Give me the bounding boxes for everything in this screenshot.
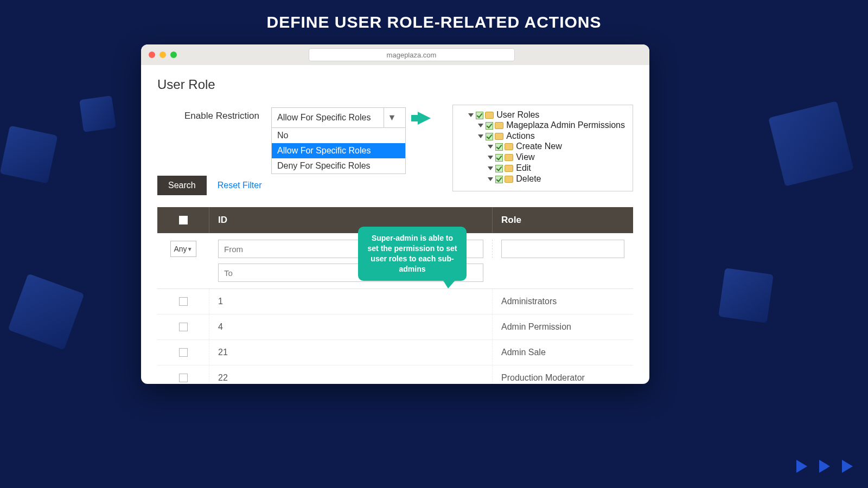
restriction-option-allow[interactable]: Allow For Specific Roles <box>272 143 405 158</box>
tooltip-bubble: Super-admin is able to set the permissio… <box>358 227 467 281</box>
tree-node-delete[interactable]: Delete <box>488 174 625 184</box>
filter-role[interactable] <box>501 240 624 258</box>
filter-any-select[interactable]: Any▼ <box>170 241 196 257</box>
page-title: User Role <box>157 77 633 92</box>
table-row[interactable]: 4 Admin Permission <box>157 314 633 340</box>
table-row[interactable]: 21 Admin Sale <box>157 340 633 365</box>
table-row[interactable]: 1 Administrators <box>157 289 633 314</box>
restriction-dropdown: No Allow For Specific Roles Deny For Spe… <box>271 128 406 174</box>
restriction-selected-value: Allow For Specific Roles <box>277 113 371 123</box>
row-checkbox[interactable] <box>179 323 188 331</box>
close-icon[interactable] <box>149 52 155 58</box>
row-role: Admin Sale <box>492 340 633 365</box>
row-id: 4 <box>209 314 492 339</box>
row-checkbox[interactable] <box>179 374 188 382</box>
select-all-checkbox[interactable] <box>179 216 188 224</box>
table-row[interactable]: 22 Production Moderator <box>157 365 633 384</box>
chevron-down-icon: ▼ <box>384 108 400 127</box>
window-titlebar: mageplaza.com <box>141 44 649 65</box>
carousel-play-icons <box>796 460 853 473</box>
role-tree: User Roles Mageplaza Admin Permissions A… <box>452 105 633 191</box>
reset-filter-link[interactable]: Reset Filter <box>218 181 262 190</box>
row-role: Production Moderator <box>492 365 633 384</box>
row-role: Admin Permission <box>492 314 633 339</box>
play-icon[interactable] <box>842 460 853 473</box>
play-icon[interactable] <box>796 460 807 473</box>
tree-node-view[interactable]: View <box>488 152 625 163</box>
arrow-right-icon <box>418 112 431 125</box>
row-role: Administrators <box>492 289 633 314</box>
search-button[interactable]: Search <box>157 176 207 195</box>
hero-title: DEFINE USER ROLE-RELATED ACTIONS <box>0 0 868 31</box>
minimize-icon[interactable] <box>159 52 166 58</box>
tree-node-edit[interactable]: Edit <box>488 163 625 174</box>
tree-node-actions[interactable]: Actions Create New View Edit Delete <box>478 131 625 185</box>
tree-node-root[interactable]: User Roles Mageplaza Admin Permissions A… <box>468 110 625 185</box>
table-filter-row: Any▼ Super-admin is able to set the perm… <box>157 233 633 289</box>
tree-node-permissions[interactable]: Mageplaza Admin Permissions <box>478 120 625 131</box>
restriction-option-deny[interactable]: Deny For Specific Roles <box>272 158 405 174</box>
restriction-select[interactable]: Allow For Specific Roles ▼ <box>271 107 406 128</box>
restriction-option-no[interactable]: No <box>272 128 405 143</box>
play-icon[interactable] <box>819 460 830 473</box>
enable-restriction-label: Enable Restriction <box>184 107 259 121</box>
row-checkbox[interactable] <box>179 297 188 306</box>
row-id: 22 <box>209 365 492 384</box>
header-role[interactable]: Role <box>492 207 633 233</box>
app-window: mageplaza.com User Role Enable Restricti… <box>141 44 649 384</box>
tree-node-create[interactable]: Create New <box>488 141 625 152</box>
address-bar[interactable]: mageplaza.com <box>309 48 515 61</box>
row-id: 21 <box>209 340 492 365</box>
maximize-icon[interactable] <box>170 52 177 58</box>
row-checkbox[interactable] <box>179 348 188 357</box>
row-id: 1 <box>209 289 492 314</box>
roles-table: ID Role Any▼ Super-admin is able to set … <box>157 207 633 384</box>
